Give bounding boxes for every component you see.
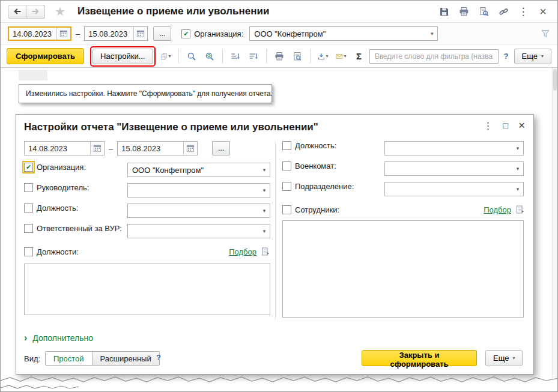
- period-end-field[interactable]: 15.08.2023: [84, 26, 148, 41]
- period-start-field[interactable]: 14.08.2023: [8, 26, 71, 41]
- dialog-employees-row: Сотрудники: Подбор: [282, 205, 525, 214]
- calendar-icon[interactable]: [56, 28, 70, 40]
- dialog-manager-select[interactable]: ▾: [127, 183, 270, 198]
- dialog-positions-checkbox[interactable]: [24, 247, 33, 256]
- dialog-period-start-value: 14.08.2023: [25, 144, 90, 153]
- view-label: Вид:: [24, 354, 40, 363]
- dialog-organization-select[interactable]: ООО "Конфетпром" ▾: [127, 163, 270, 177]
- report-variants-button[interactable]: ▾: [158, 49, 174, 64]
- check-icon: ✔: [183, 31, 189, 37]
- dialog-vur-checkbox[interactable]: [24, 224, 33, 233]
- settings-button[interactable]: Настройки...: [92, 49, 153, 64]
- dialog-positions-row: Должности: Подбор: [24, 247, 270, 256]
- chevron-down-icon: ▾: [426, 31, 437, 37]
- dialog-position-left-checkbox[interactable]: [24, 204, 33, 213]
- positions-pick-link[interactable]: Подбор: [229, 247, 256, 256]
- additional-expander[interactable]: › Дополнительно: [24, 333, 93, 343]
- print-preview-button[interactable]: [290, 49, 305, 64]
- search-input[interactable]: [369, 49, 499, 64]
- get-link-button[interactable]: [496, 4, 511, 19]
- sort-descending-button[interactable]: [246, 49, 261, 64]
- dialog-position-left-select[interactable]: ▾: [127, 204, 270, 218]
- more-button[interactable]: Еще ▾: [514, 49, 551, 64]
- positions-list[interactable]: [24, 264, 270, 315]
- calendar-icon[interactable]: [183, 142, 197, 155]
- organization-checkbox[interactable]: ✔: [181, 29, 190, 38]
- organization-select[interactable]: ООО "Конфетпром" ▾: [249, 26, 438, 41]
- generate-button[interactable]: Сформировать: [7, 48, 84, 64]
- magnifier-icon: [187, 52, 196, 61]
- page-title: Извещение о приеме или увольнении: [77, 5, 269, 17]
- dialog-manager-checkbox[interactable]: [24, 183, 33, 192]
- chevron-down-icon: ▾: [541, 53, 544, 59]
- dialog-close-button[interactable]: ×: [518, 119, 525, 132]
- dialog-employees-checkbox[interactable]: [282, 205, 291, 214]
- dialog-organization-label: Организация:: [37, 163, 86, 172]
- search-button[interactable]: [184, 49, 199, 64]
- funnel-glyph-icon: [541, 29, 550, 38]
- sum-button[interactable]: Σ: [351, 49, 367, 64]
- dialog-commissariat-label: Военкомат:: [295, 161, 336, 170]
- dialog-period-end-field[interactable]: 15.08.2023: [117, 141, 198, 155]
- view-option-simple[interactable]: Простой: [46, 352, 92, 365]
- positions-pick-icon[interactable]: [261, 247, 270, 256]
- calendar-icon[interactable]: [133, 27, 147, 40]
- save-button[interactable]: [437, 4, 451, 19]
- employees-pick-icon[interactable]: [515, 205, 525, 214]
- report-workspace: Изменились настройки. Нажмите "Сформиров…: [1, 68, 557, 391]
- forward-button[interactable]: [26, 5, 45, 19]
- favorite-star-icon[interactable]: ★: [55, 4, 65, 19]
- save-result-button[interactable]: ▾: [315, 49, 331, 64]
- chevron-down-icon: ▾: [259, 228, 270, 234]
- scrollbar-thumb[interactable]: [553, 69, 557, 91]
- chevron-down-icon: ▾: [512, 166, 523, 172]
- dialog-maximize-button[interactable]: □: [503, 121, 508, 130]
- print-report-button[interactable]: [271, 49, 287, 64]
- window-close-button[interactable]: ×: [536, 4, 550, 19]
- dialog-commissariat-checkbox[interactable]: [282, 161, 291, 170]
- window-menu-button[interactable]: ⋮: [516, 4, 530, 19]
- filter-funnel-icon[interactable]: [541, 29, 550, 38]
- dialog-commissariat-select[interactable]: ▾: [384, 161, 524, 176]
- view-option-extended[interactable]: Расширенный: [92, 352, 159, 365]
- chevron-down-icon: ▾: [259, 208, 270, 214]
- chevron-down-icon: ▾: [512, 145, 523, 151]
- period-variants-button[interactable]: ...: [153, 26, 171, 41]
- view-help-button[interactable]: ?: [156, 353, 161, 362]
- dialog-position-right-select[interactable]: ▾: [384, 141, 524, 155]
- dialog-menu-button[interactable]: ⋮: [483, 120, 493, 131]
- copy-variants-icon: [160, 52, 168, 61]
- magnifier-refresh-icon: [205, 52, 214, 61]
- chevron-down-icon: ▾: [259, 167, 270, 173]
- titlebar: ★ Извещение о приеме или увольнении ⋮ ×: [1, 1, 557, 23]
- find-in-report-button[interactable]: [476, 4, 491, 19]
- close-and-generate-button[interactable]: Закрыть и сформировать: [362, 350, 477, 366]
- dialog-position-right-checkbox[interactable]: [282, 141, 291, 150]
- organization-label: Организация:: [194, 29, 243, 38]
- dialog-more-button[interactable]: Еще ▾: [485, 350, 523, 366]
- check-icon: ✔: [26, 164, 31, 170]
- dialog-department-checkbox[interactable]: [282, 182, 291, 191]
- magnifier-document-icon: [479, 7, 489, 17]
- toolbar-separator: [310, 49, 311, 64]
- dialog-department-select[interactable]: ▾: [384, 182, 524, 196]
- send-email-button[interactable]: ▾: [333, 49, 349, 64]
- back-button[interactable]: [8, 5, 26, 19]
- sort-ascending-button[interactable]: [228, 49, 243, 64]
- print-preview-icon: [293, 52, 302, 61]
- vertical-scrollbar[interactable]: [552, 68, 557, 378]
- arrow-right-icon: [31, 7, 40, 16]
- print-button[interactable]: [456, 4, 471, 19]
- help-button[interactable]: ?: [504, 52, 509, 61]
- dialog-organization-checkbox[interactable]: ✔: [24, 163, 33, 172]
- dialog-vur-select[interactable]: ▾: [127, 224, 270, 238]
- calendar-icon[interactable]: [90, 142, 104, 155]
- search-next-button[interactable]: [202, 49, 217, 64]
- dialog-period-variants-button[interactable]: ...: [212, 141, 230, 155]
- employees-pick-link[interactable]: Подбор: [484, 205, 511, 214]
- dialog-vur-row: Ответственный за ВУР:: [24, 224, 126, 233]
- dialog-position-left-label: Должность:: [37, 204, 78, 213]
- employees-list[interactable]: [282, 220, 524, 318]
- report-settings-dialog: Настройки отчета "Извещение о приеме или…: [16, 114, 534, 375]
- dialog-period-start-field[interactable]: 14.08.2023: [24, 141, 105, 155]
